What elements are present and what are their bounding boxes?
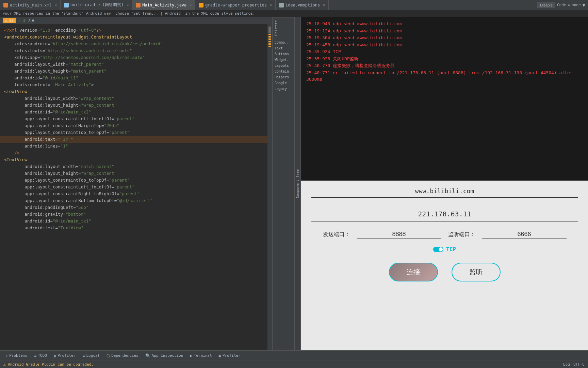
log-entry-2: 25:19:304 udp send->www.bilibili.com [306,34,583,41]
ip-display: 221.178.63.11 [311,210,578,221]
code-scrollbar[interactable] [267,24,272,350]
tab-bar: activity_main.xml ✕ build.gradle (网络调试) … [0,0,588,10]
code-line: app:layout_constraintTop_toTopOf="parent… [0,129,267,136]
terminal-label: Terminal [194,353,212,358]
tab-vmoptions-close[interactable]: ✕ [323,3,325,7]
code-line: android:layout_height="wrap_content" [0,102,267,109]
profiler-tab-1[interactable]: ◉ Profiler [51,353,78,359]
todo-tab[interactable]: ≡ TODO [31,353,50,359]
tab-java[interactable]: Main_Activity.java ✕ [132,0,195,10]
problems-icon: ⚠ [5,353,8,358]
palette-panel: Palette Commo... Text Buttons Widget... … [272,17,294,350]
listen-button[interactable]: 监听 [452,263,501,281]
problems-label: Problems [9,353,27,358]
tab-properties-label: gradle-wrapper.properties [205,3,267,7]
port-row: 发送端口： 监听端口： [311,230,578,239]
code-line: app:layout_constraintTop_toTopOf="parent… [0,177,267,184]
todo-label: TODO [38,353,47,358]
xml-icon [3,3,8,7]
listen-port-label: 监听端口： [448,231,475,238]
view-mode-icon: ≡ [568,3,570,7]
code-line: tools:context=".Main_Activity"> [0,81,267,88]
code-line: android:layout_height="wrap_content" [0,170,267,177]
problems-tab[interactable]: ⚠ Problems [3,353,30,359]
tab-gradle[interactable]: build.gradle (网络调试) ✕ [61,0,132,10]
disable-button[interactable]: Disable [537,2,555,8]
code-line: <TextView [0,88,267,95]
log-entry-6: 25:40:770 连接失败，请检查网络或服务器 [306,62,583,69]
code-line: app:layout_constraintLeft_toLeftOf="pare… [0,116,267,122]
palette-item-text[interactable]: Text [273,46,294,51]
palette-header: Palette [273,17,294,39]
tab-properties[interactable]: gradle-wrapper.properties ✕ [195,0,276,10]
status-warning: ⚠ Android Gradle Plugin can be upgraded. [3,362,94,367]
palette-item-layouts[interactable]: Layouts [273,63,294,68]
profiler-label-2: Profiler [223,353,241,358]
code-line: app:layout_constraintBottom_toTopOf="@id… [0,197,267,204]
nav-down-arrow[interactable]: ▼ [583,2,585,8]
code-line: app:layout_constraintMarginTop="20dp" [0,122,267,129]
profiler-label-1: Profiler [58,353,76,358]
scrollbar-mark-5 [268,41,271,42]
tab-gradle-close[interactable]: ✕ [127,3,129,7]
code-label: Code [557,3,566,7]
palette-item-legacy[interactable]: Legacy [273,86,294,91]
code-line: android:id="@+id/main_tx2" [0,109,267,116]
todo-icon: ≡ [34,353,36,358]
nav-arrows: ∧ ∨ [28,18,34,23]
log-entry-4: 25:35:924 TCP [306,48,583,55]
code-content[interactable]: <?xml version="1.0" encoding="utf-8"?> <… [0,24,267,350]
tab-java-close[interactable]: ✕ [190,3,192,7]
tab-xml-close[interactable]: ✕ [55,3,57,7]
component-tree-label: Component Tree [296,169,299,198]
profiler-icon-1: ◉ [54,353,56,358]
send-port-input[interactable] [357,230,441,239]
code-line: xmlns:app="http://schemas.android.com/ap… [0,54,267,61]
device-panel: 25:18:943 udp send->www.bilibili.com 25:… [300,17,588,350]
toggle-dot[interactable] [433,247,443,252]
palette-item-widgets[interactable]: Widget... [273,57,294,62]
palette-item-common[interactable]: Commo... [273,40,294,45]
log-entry-3: 25:19:458 udp send->www.bilibili.com [306,42,583,48]
scrollbar-mark-4 [268,39,271,40]
palette-item-google[interactable]: Google [273,80,294,86]
error-indicator: ⚠ 25 [3,18,16,23]
dependencies-icon: ⬡ [107,353,110,358]
scrollbar-thumb[interactable] [268,27,271,33]
tab-xml[interactable]: activity_main.xml ✕ [0,0,61,10]
tab-java-label: Main_Activity.java [142,3,186,7]
nav-down-icon[interactable]: ∨ [32,18,34,23]
code-line: android:id="@+id/main_tx1" [0,218,267,225]
component-tree-bar: Component Tree [294,17,300,350]
logcat-tab[interactable]: ≡ Logcat [80,353,102,359]
code-line: app:layout_constraintRight_toRightOf="pa… [0,190,267,197]
palette-item-containers[interactable]: Contain... [273,69,294,74]
nav-up-icon[interactable]: ∧ [28,18,31,23]
code-line: android:paddingLeft="5dp" [0,204,267,211]
gradle-icon [64,3,69,7]
palette-item-buttons[interactable]: Buttons [273,51,294,57]
tab-vmoptions[interactable]: idea.vmoptions ✕ [276,0,329,10]
scrollbar-mark-1 [268,34,271,35]
dependencies-tab[interactable]: ⬡ Dependencies [104,353,141,359]
listen-port-input[interactable] [482,230,567,239]
palette-item-helpers[interactable]: Helpers [273,75,294,80]
code-line: app:layout_constraintLeft_toLeftOf="pare… [0,184,267,190]
profiler-tab-2[interactable]: ◉ Profiler [216,353,243,359]
code-line-highlighted: android:text=" IP " [0,136,267,143]
code-line: android:layout_width="match_parent" [0,163,267,170]
protocol-toggle[interactable]: TCP [433,246,456,252]
tab-xml-label: activity_main.xml [10,3,52,7]
log-entry-0: 25:18:943 udp send->www.bilibili.com [306,20,583,27]
status-bar: ⚠ Android Gradle Plugin can be upgraded.… [0,361,588,368]
editor-area: ⚠ 25 ✓ 3 ∧ ∨ <?xml version="1.0" encodin… [0,17,272,350]
app-inspection-tab[interactable]: 🔍 App Inspection [143,353,186,359]
code-line: <TextView [0,156,267,163]
terminal-icon: ▶ [190,353,192,358]
logcat-icon: ≡ [82,353,85,358]
terminal-tab[interactable]: ▶ Terminal [187,353,214,359]
top-right-controls: Disable Code ≡ none ▼ [537,2,585,8]
connect-button[interactable]: 连接 [389,263,438,281]
code-line: android:text="TextView" [0,225,267,231]
tab-properties-close[interactable]: ✕ [270,3,272,7]
